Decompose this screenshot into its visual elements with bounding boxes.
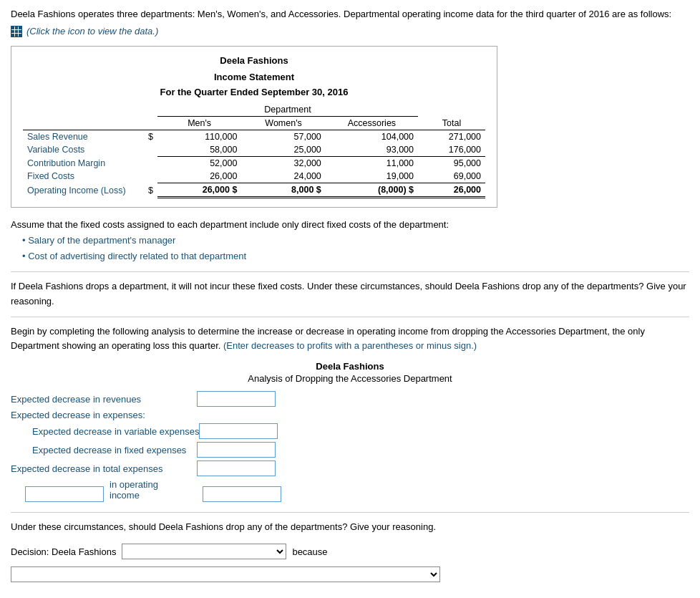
variable-expenses-label: Expected decrease in variable expenses xyxy=(11,426,199,437)
total-expenses-input[interactable] xyxy=(197,460,276,476)
sales-womens: 57,000 xyxy=(241,130,325,144)
contribution-margin-label: Contribution Margin xyxy=(23,157,140,170)
analysis-revenue-row: Expected decrease in revenues xyxy=(11,391,689,407)
oi-dollar-sign: $ xyxy=(140,183,157,198)
fixed-accessories: 19,000 xyxy=(326,170,418,183)
operating-income-label: in operatingincome xyxy=(110,479,158,502)
variable-accessories: 93,000 xyxy=(326,143,418,157)
sales-dollar-sign: $ xyxy=(140,130,157,144)
col-mens-header: Men's xyxy=(157,117,241,130)
cm-total: 95,000 xyxy=(418,157,485,170)
revenue-label: Expected decrease in revenues xyxy=(11,394,197,405)
operating-income-label: Operating Income (Loss) xyxy=(23,183,140,198)
analysis-company: Deela Fashions xyxy=(11,361,689,372)
revenue-input[interactable] xyxy=(197,391,276,407)
divider-1 xyxy=(11,271,689,272)
col-total-header: Total xyxy=(418,117,485,130)
fixed-costs-intro: Assume that the fixed costs assigned to … xyxy=(11,218,689,233)
operating-income-prefix-input[interactable] xyxy=(25,486,104,502)
bullet-salary: Salary of the department's manager xyxy=(22,233,689,249)
analysis-operating-income-row: in operatingincome xyxy=(11,479,689,502)
variable-womens: 25,000 xyxy=(241,143,325,157)
table-row: Contribution Margin 52,000 32,000 11,000… xyxy=(23,157,485,170)
operating-income-input[interactable] xyxy=(203,486,281,502)
statement-title: Income Statement xyxy=(23,69,485,85)
variable-mens: 58,000 xyxy=(157,143,241,157)
divider-3 xyxy=(11,512,689,513)
variable-expenses-input[interactable] xyxy=(199,423,278,439)
fixed-mens: 26,000 xyxy=(157,170,241,183)
question1-text: If Deela Fashions drops a department, it… xyxy=(11,279,689,309)
analysis-intro: Begin by completing the following analys… xyxy=(11,324,689,355)
company-name: Deela Fashions xyxy=(23,52,485,69)
because-label: because xyxy=(292,546,327,557)
fixed-total: 69,000 xyxy=(418,170,485,183)
table-row: Sales Revenue $ 110,000 57,000 104,000 2… xyxy=(23,130,485,144)
fixed-costs-note: Assume that the fixed costs assigned to … xyxy=(11,218,689,264)
grid-icon xyxy=(11,26,22,37)
analysis-subtitle: Analysis of Dropping the Accessories Dep… xyxy=(11,373,689,384)
cm-mens: 52,000 xyxy=(157,157,241,170)
click-link-text[interactable]: (Click the icon to view the data.) xyxy=(26,26,158,37)
decision-question: Under these circumstances, should Deela … xyxy=(11,520,689,535)
analysis-note: (Enter decreases to profits with a paren… xyxy=(223,340,477,351)
col-womens-header: Women's xyxy=(241,117,325,130)
cm-womens: 32,000 xyxy=(241,157,325,170)
analysis-variable-row: Expected decrease in variable expenses xyxy=(11,423,689,439)
fixed-costs-label: Fixed Costs xyxy=(23,170,140,183)
table-row: Operating Income (Loss) $ 26,000 $ 8,000… xyxy=(23,183,485,198)
statement-period: For the Quarter Ended September 30, 2016 xyxy=(23,85,485,100)
variable-total: 176,000 xyxy=(418,143,485,157)
oi-total: 26,000 xyxy=(418,183,485,198)
expenses-label: Expected decrease in expenses: xyxy=(11,410,197,420)
fixed-expenses-input[interactable] xyxy=(197,442,276,458)
oi-accessories: (8,000) $ xyxy=(326,183,418,198)
because-row xyxy=(11,564,689,582)
cm-accessories: 11,000 xyxy=(326,157,418,170)
decision-select[interactable]: should should not xyxy=(122,544,286,559)
divider-2 xyxy=(11,317,689,317)
intro-text: Deela Fashions operates three department… xyxy=(11,7,689,21)
variable-costs-label: Variable Costs xyxy=(23,143,140,157)
oi-mens: 26,000 $ xyxy=(157,183,241,198)
click-icon-row[interactable]: (Click the icon to view the data.) xyxy=(11,26,689,37)
sales-revenue-label: Sales Revenue xyxy=(23,130,140,144)
analysis-expenses-label-row: Expected decrease in expenses: xyxy=(11,410,689,420)
col-accessories-header: Accessories xyxy=(326,117,418,130)
decision-label: Decision: Deela Fashions xyxy=(11,546,116,557)
analysis-container: Deela Fashions Analysis of Dropping the … xyxy=(11,361,689,502)
fixed-expenses-label: Expected decrease in fixed expenses xyxy=(11,445,197,455)
oi-womens: 8,000 $ xyxy=(241,183,325,198)
income-statement-container: Deela Fashions Income Statement For the … xyxy=(11,46,497,208)
income-table: Department Men's Women's Accessories Tot… xyxy=(23,103,485,198)
analysis-fixed-row: Expected decrease in fixed expenses xyxy=(11,442,689,458)
table-row: Fixed Costs 26,000 24,000 19,000 69,000 xyxy=(23,170,485,183)
analysis-total-expenses-row: Expected decrease in total expenses xyxy=(11,460,689,476)
total-expenses-label: Expected decrease in total expenses xyxy=(11,463,197,474)
table-row: Variable Costs 58,000 25,000 93,000 176,… xyxy=(23,143,485,157)
dept-header: Department xyxy=(157,103,418,117)
sales-total: 271,000 xyxy=(418,130,485,144)
because-select[interactable] xyxy=(11,566,440,582)
fixed-womens: 24,000 xyxy=(241,170,325,183)
sales-accessories: 104,000 xyxy=(326,130,418,144)
bullet-advertising: Cost of advertising directly related to … xyxy=(22,249,689,264)
decision-row: Decision: Deela Fashions should should n… xyxy=(11,544,689,559)
sales-mens: 110,000 xyxy=(157,130,241,144)
